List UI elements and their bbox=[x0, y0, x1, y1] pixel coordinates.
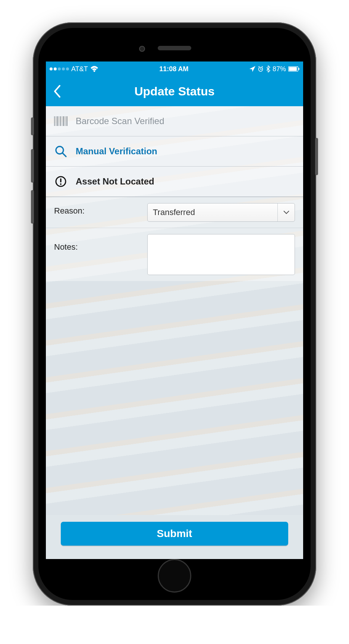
phone-frame: AT&T 11:08 AM 87% bbox=[33, 22, 316, 606]
volume-down-button[interactable] bbox=[31, 190, 34, 224]
svg-rect-7 bbox=[59, 116, 59, 126]
volume-up-button[interactable] bbox=[31, 149, 34, 183]
option-asset-not-located[interactable]: Asset Not Located bbox=[46, 167, 303, 197]
option-label: Asset Not Located bbox=[76, 176, 154, 187]
status-right: 87% bbox=[249, 65, 299, 73]
svg-rect-8 bbox=[60, 116, 61, 126]
nav-header: Update Status bbox=[46, 76, 303, 106]
chevron-down-icon bbox=[277, 203, 295, 221]
phone-bezel: AT&T 11:08 AM 87% bbox=[38, 28, 311, 600]
content-area: Barcode Scan Verified Manual Verificatio… bbox=[46, 106, 303, 515]
reason-label: Reason: bbox=[54, 203, 140, 216]
reason-select[interactable]: Transferred bbox=[147, 203, 295, 222]
svg-point-16 bbox=[60, 183, 62, 185]
notes-textarea[interactable] bbox=[147, 234, 295, 275]
svg-rect-4 bbox=[54, 116, 55, 126]
reason-row: Reason: Transferred bbox=[46, 197, 303, 228]
page-title: Update Status bbox=[134, 85, 214, 98]
svg-rect-2 bbox=[289, 67, 297, 71]
front-camera bbox=[139, 46, 145, 52]
svg-rect-11 bbox=[65, 116, 66, 126]
earpiece-speaker bbox=[158, 46, 191, 50]
battery-percent-label: 87% bbox=[273, 65, 286, 73]
option-label: Barcode Scan Verified bbox=[76, 116, 164, 126]
footer-bar: Submit bbox=[46, 515, 303, 559]
wifi-icon bbox=[90, 66, 98, 72]
location-icon bbox=[249, 66, 255, 72]
power-button[interactable] bbox=[315, 138, 318, 175]
submit-label: Submit bbox=[157, 528, 192, 540]
alert-icon bbox=[54, 175, 67, 188]
signal-strength-icon bbox=[50, 67, 69, 70]
option-label: Manual Verification bbox=[76, 146, 157, 157]
svg-rect-6 bbox=[57, 116, 58, 126]
home-button[interactable] bbox=[158, 559, 191, 593]
svg-rect-5 bbox=[56, 116, 56, 126]
bluetooth-icon bbox=[266, 66, 270, 72]
svg-rect-15 bbox=[60, 179, 61, 183]
carrier-label: AT&T bbox=[71, 65, 88, 73]
submit-button[interactable]: Submit bbox=[61, 522, 288, 546]
reason-selected-value: Transferred bbox=[153, 208, 195, 217]
svg-rect-10 bbox=[63, 116, 64, 126]
notes-row: Notes: bbox=[46, 228, 303, 281]
option-manual-verification[interactable]: Manual Verification bbox=[46, 136, 303, 167]
search-icon bbox=[54, 145, 67, 158]
screen: AT&T 11:08 AM 87% bbox=[46, 61, 303, 559]
svg-rect-9 bbox=[62, 116, 62, 126]
battery-icon bbox=[288, 66, 299, 72]
barcode-icon bbox=[54, 114, 67, 128]
clock-label: 11:08 AM bbox=[159, 65, 188, 73]
back-button[interactable] bbox=[53, 85, 61, 98]
mute-switch[interactable] bbox=[31, 117, 34, 135]
status-left: AT&T bbox=[50, 65, 98, 73]
option-barcode-scan-verified[interactable]: Barcode Scan Verified bbox=[46, 106, 303, 136]
status-bar: AT&T 11:08 AM 87% bbox=[46, 61, 303, 76]
svg-rect-3 bbox=[298, 68, 299, 70]
svg-rect-12 bbox=[66, 116, 67, 126]
alarm-icon bbox=[258, 66, 264, 72]
notes-label: Notes: bbox=[54, 234, 140, 252]
